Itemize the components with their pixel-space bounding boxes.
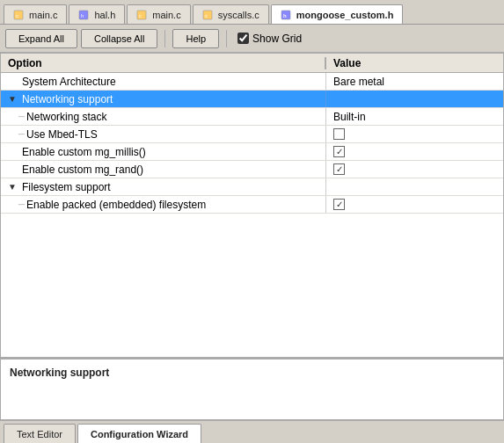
tree-branch: ─ xyxy=(18,129,25,139)
tab-icon-hal-h: h xyxy=(78,10,91,20)
row-label: Enable custom mg_millis() xyxy=(22,146,146,158)
tab-label-syscalls-c: syscalls.c xyxy=(218,10,259,20)
tree-branch: ─ xyxy=(18,200,25,209)
show-grid-checkbox[interactable] xyxy=(237,33,249,44)
cell-value xyxy=(326,178,503,195)
row-label: Networking support xyxy=(22,93,113,105)
top-tab-main-c-1[interactable]: c main.c xyxy=(4,4,67,24)
table-row[interactable]: Enable custom mg_millis() xyxy=(1,143,503,161)
top-tab-hal-h[interactable]: h hal.h xyxy=(69,4,125,24)
tab-label-main-c-1: main.c xyxy=(29,10,57,20)
show-grid-wrapper: Show Grid xyxy=(237,33,302,45)
cell-checkbox-checked[interactable] xyxy=(333,163,345,175)
tab-icon-main-c-1: c xyxy=(13,10,26,20)
row-label: Use Mbed-TLS xyxy=(26,128,98,141)
config-table: Option Value System Architecture Bare me… xyxy=(1,54,503,358)
bottom-tab-text-editor[interactable]: Text Editor xyxy=(4,424,76,443)
row-label: System Architecture xyxy=(22,76,116,88)
table-row[interactable]: ▼ Networking support xyxy=(1,91,503,108)
table-row[interactable]: System Architecture Bare metal xyxy=(1,73,503,91)
top-tab-main-c-2[interactable]: c main.c xyxy=(127,4,190,24)
row-label: Networking stack xyxy=(26,111,106,123)
collapse-all-button[interactable]: Collapse All xyxy=(81,29,157,48)
cell-option: ▼ Filesystem support xyxy=(1,178,326,195)
cell-checkbox-unchecked[interactable] xyxy=(333,128,345,140)
cell-checkbox-checked[interactable] xyxy=(333,199,345,210)
cell-text-value: Bare metal xyxy=(333,76,384,88)
tree-branch: ─ xyxy=(18,112,25,121)
top-tab-syscalls-c[interactable]: c syscalls.c xyxy=(193,4,269,24)
main-content: Option Value System Architecture Bare me… xyxy=(0,53,504,420)
cell-option: Enable custom mg_millis() xyxy=(1,143,326,160)
cell-value xyxy=(326,196,503,213)
table-rows: System Architecture Bare metal ▼ Network… xyxy=(1,73,503,214)
svg-text:h: h xyxy=(283,13,287,18)
bottom-tab-bar: Text EditorConfiguration Wizard xyxy=(0,420,504,443)
table-row[interactable]: ─ Use Mbed-TLS xyxy=(1,126,503,143)
cell-option: ▼ Networking support xyxy=(1,91,326,107)
cell-value xyxy=(326,161,503,178)
tab-label-hal-h: hal.h xyxy=(94,10,115,20)
help-button[interactable]: Help xyxy=(172,29,219,48)
bottom-tab-config-wizard[interactable]: Configuration Wizard xyxy=(77,424,201,443)
table-row[interactable]: Enable custom mg_rand() xyxy=(1,161,503,178)
cell-option: ─ Enable packed (embedded) filesystem xyxy=(1,196,326,213)
top-tab-bar: c main.c h hal.h c main.c c syscalls.c h… xyxy=(0,0,504,25)
show-grid-label[interactable]: Show Grid xyxy=(252,33,302,45)
cell-value xyxy=(326,91,503,107)
svg-text:c: c xyxy=(139,13,142,18)
svg-text:c: c xyxy=(205,13,208,18)
tab-label-mongoose-custom-h: mongoose_custom.h xyxy=(296,10,394,20)
cell-value xyxy=(326,143,503,160)
cell-checkbox-checked[interactable] xyxy=(333,146,345,157)
table-header: Option Value xyxy=(1,54,503,73)
tab-icon-main-c-2: c xyxy=(136,10,149,20)
cell-option: ─ Networking stack xyxy=(1,108,326,125)
tab-icon-syscalls-c: c xyxy=(202,10,215,20)
row-label: Enable packed (embedded) filesystem xyxy=(26,199,206,211)
table-row[interactable]: ▼ Filesystem support xyxy=(1,178,503,196)
toolbar: Expand All Collapse All Help Show Grid xyxy=(0,25,504,53)
expand-all-button[interactable]: Expand All xyxy=(5,29,77,48)
cell-option: ─ Use Mbed-TLS xyxy=(1,126,326,142)
row-label: Filesystem support xyxy=(22,181,111,193)
cell-value xyxy=(326,126,503,142)
cell-text-value: Built-in xyxy=(333,111,366,123)
column-option-header: Option xyxy=(1,57,326,69)
cell-option: System Architecture xyxy=(1,73,326,90)
svg-text:h: h xyxy=(81,13,84,18)
svg-text:c: c xyxy=(16,13,18,18)
column-value-header: Value xyxy=(326,57,503,69)
cell-value: Built-in xyxy=(326,108,503,125)
table-row[interactable]: ─ Enable packed (embedded) filesystem xyxy=(1,196,503,214)
description-panel: Networking support xyxy=(1,358,503,419)
tree-indicator: ▼ xyxy=(8,182,20,192)
row-label: Enable custom mg_rand() xyxy=(22,163,143,176)
cell-option: Enable custom mg_rand() xyxy=(1,161,326,178)
table-row[interactable]: ─ Networking stack Built-in xyxy=(1,108,503,126)
tab-icon-mongoose-custom-h: h xyxy=(281,10,293,20)
cell-value: Bare metal xyxy=(326,73,503,90)
tab-label-main-c-2: main.c xyxy=(152,10,180,20)
toolbar-separator xyxy=(164,30,165,47)
top-tab-mongoose-custom-h[interactable]: h mongoose_custom.h xyxy=(271,4,404,24)
description-text: Networking support xyxy=(10,367,109,379)
toolbar-separator-2 xyxy=(226,30,227,47)
tree-indicator: ▼ xyxy=(8,94,20,104)
